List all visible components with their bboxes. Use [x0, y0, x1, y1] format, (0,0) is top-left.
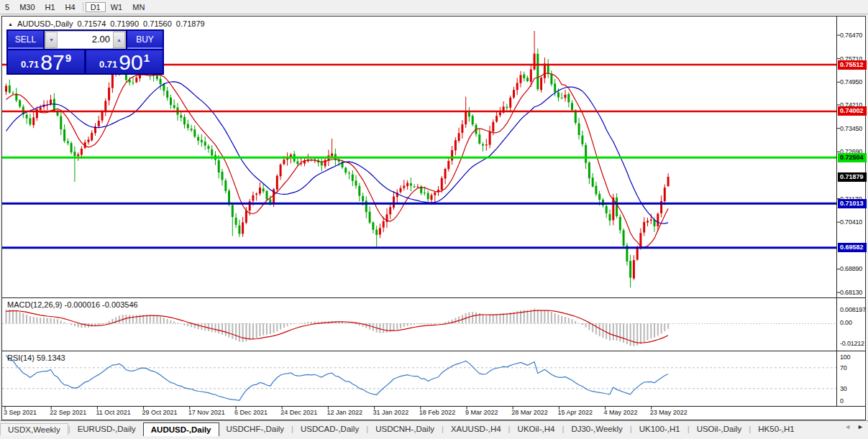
- spinner-down-icon: ▼: [49, 37, 54, 42]
- date-label: 12 Jan 2022: [326, 409, 362, 416]
- price-axis-badge: 0.69582: [838, 243, 867, 252]
- bottom-tab-xauusd-h4[interactable]: XAUUSD-,H4: [444, 423, 508, 435]
- volume-increase-button[interactable]: ▲: [113, 32, 125, 48]
- chart-header: ▲ AUDUSD-,Daily 0.71574 0.71990 0.71560 …: [8, 19, 205, 28]
- bottom-tab-usdchf-daily[interactable]: USDCHF-,Daily: [219, 423, 292, 435]
- price-axis-badge: 0.75512: [838, 60, 867, 70]
- date-label: 11 Oct 2021: [96, 409, 130, 416]
- bottom-tab-uk100-h1[interactable]: UK100-,H1: [632, 423, 687, 435]
- chart-plot-area[interactable]: [2, 17, 865, 420]
- one-click-trade-panel: SELL ▼ 2.00 ▲ BUY 0.71879 0.71901: [6, 29, 164, 75]
- volume-input[interactable]: 2.00: [58, 32, 113, 48]
- buy-price-big: 90: [119, 52, 142, 73]
- spinner-up-icon: ▲: [117, 37, 122, 42]
- rsi-axis-label: 70: [840, 364, 868, 371]
- volume-decrease-button[interactable]: ▼: [45, 32, 58, 48]
- date-label: 15 Apr 2022: [557, 409, 593, 416]
- ohlc-close: 0.71879: [176, 19, 205, 28]
- bottom-tab-hk50-h1[interactable]: HK50-,H1: [751, 423, 802, 435]
- rsi-label: RSI(14) 59.1343: [7, 353, 65, 362]
- chart-symbol-label: AUDUSD-,Daily: [17, 19, 73, 28]
- bottom-tab-usdcad-daily[interactable]: USDCAD-,Daily: [293, 423, 366, 435]
- status-strip: [0, 436, 868, 439]
- date-label: 22 Sep 2021: [50, 409, 86, 416]
- tabs-scroll-right-icon[interactable]: ►: [857, 423, 864, 430]
- volume-spinner: ▼ 2.00 ▲: [45, 31, 126, 49]
- date-label: 24 Dec 2021: [280, 409, 317, 416]
- ohlc-low: 0.71560: [143, 19, 172, 28]
- chart-window: ▲ AUDUSD-,Daily 0.71574 0.71990 0.71560 …: [1, 16, 866, 420]
- timeframe-toolbar: 5M30H1H4D1W1MN: [0, 0, 868, 14]
- sell-price-display[interactable]: 0.71879: [8, 50, 84, 73]
- date-label: 23 May 2022: [650, 409, 687, 416]
- chart-tabs-bar: USDX,Weekly|EURUSD-,DailyAUDUSD-,DailyUS…: [0, 420, 868, 437]
- tabs-scroll-left-icon[interactable]: ◄: [844, 423, 851, 430]
- rsi-axis-label: 100: [840, 353, 868, 361]
- ohlc-high: 0.71990: [110, 19, 139, 28]
- price-axis-badge: 0.71879: [838, 172, 867, 182]
- date-label: 4 May 2022: [604, 409, 638, 416]
- sell-price-pip: 9: [65, 52, 71, 64]
- price-axis-badge: 0.74002: [838, 106, 867, 116]
- buy-price-pip: 1: [144, 52, 150, 64]
- date-label: 6 Dec 2021: [234, 409, 268, 416]
- price-axis-label: 0.76470: [840, 32, 868, 39]
- collapse-arrow-icon[interactable]: ▲: [8, 22, 13, 27]
- buy-price-display[interactable]: 0.71901: [86, 50, 163, 73]
- bottom-tab-ukoil-h4[interactable]: UKOil-,H4: [511, 423, 562, 435]
- rsi-axis-label: 0: [840, 397, 868, 405]
- bottom-tab-usdx-weekly[interactable]: USDX,Weekly: [0, 423, 68, 435]
- date-label: 31 Jan 2022: [373, 409, 409, 416]
- date-label: 18 Feb 2022: [419, 409, 456, 416]
- date-label: 9 Mar 2022: [465, 409, 498, 416]
- price-axis-label: 0.73450: [840, 125, 868, 132]
- tabs-scroll-arrows: ◄►: [844, 423, 864, 430]
- price-axis-badge: 0.71013: [838, 199, 867, 208]
- timeframe-h4[interactable]: H4: [60, 2, 81, 12]
- ohlc-open: 0.71574: [78, 19, 106, 28]
- bottom-tab-usdcnh-daily[interactable]: USDCNH-,Daily: [368, 423, 442, 435]
- price-axis-label: 0.68130: [840, 289, 868, 296]
- sell-price-prefix: 0.71: [21, 59, 39, 70]
- toolbar-separator: [83, 2, 83, 11]
- bottom-tab-usoil-daily[interactable]: USOil-,Daily: [690, 423, 749, 435]
- timeframe-mn[interactable]: MN: [127, 2, 150, 12]
- timeframe-5[interactable]: 5: [0, 2, 14, 12]
- price-axis-badge: 0.72504: [838, 153, 867, 162]
- sell-button[interactable]: SELL: [8, 31, 43, 49]
- buy-price-prefix: 0.71: [99, 59, 117, 70]
- macd-label: MACD(12,26,9) -0.000016 -0.003546: [7, 300, 138, 309]
- rsi-axis-label: 30: [840, 385, 868, 392]
- date-label: 28 Mar 2022: [511, 409, 548, 416]
- mt4-platform: 5M30H1H4D1W1MN ▲ AUDUSD-,Daily 0.71574 0…: [0, 0, 868, 439]
- macd-axis-label: -0.01212: [840, 340, 868, 347]
- date-label: 3 Sep 2021: [4, 409, 37, 416]
- date-label: 29 Oct 2021: [142, 409, 178, 416]
- macd-axis-label: 0.008197: [840, 306, 868, 313]
- timeframe-w1[interactable]: W1: [106, 2, 128, 12]
- timeframe-m30[interactable]: M30: [14, 2, 40, 12]
- macd-axis-label: 0.00: [840, 319, 868, 326]
- price-axis-label: 0.74950: [840, 78, 868, 86]
- price-axis-label: 0.68890: [840, 265, 868, 272]
- bottom-tab-eurusd-daily[interactable]: EURUSD-,Daily: [70, 423, 143, 435]
- sell-price-big: 87: [40, 52, 64, 73]
- timeframe-d1[interactable]: D1: [86, 2, 106, 12]
- price-axis-label: 0.70410: [840, 218, 868, 226]
- bottom-tab-dj30-weekly[interactable]: DJ30-,Weekly: [564, 423, 629, 435]
- buy-button[interactable]: BUY: [127, 31, 163, 49]
- bottom-tab-audusd-daily[interactable]: AUDUSD-,Daily: [143, 422, 219, 436]
- timeframe-h1[interactable]: H1: [40, 2, 60, 12]
- date-label: 17 Nov 2021: [188, 409, 225, 416]
